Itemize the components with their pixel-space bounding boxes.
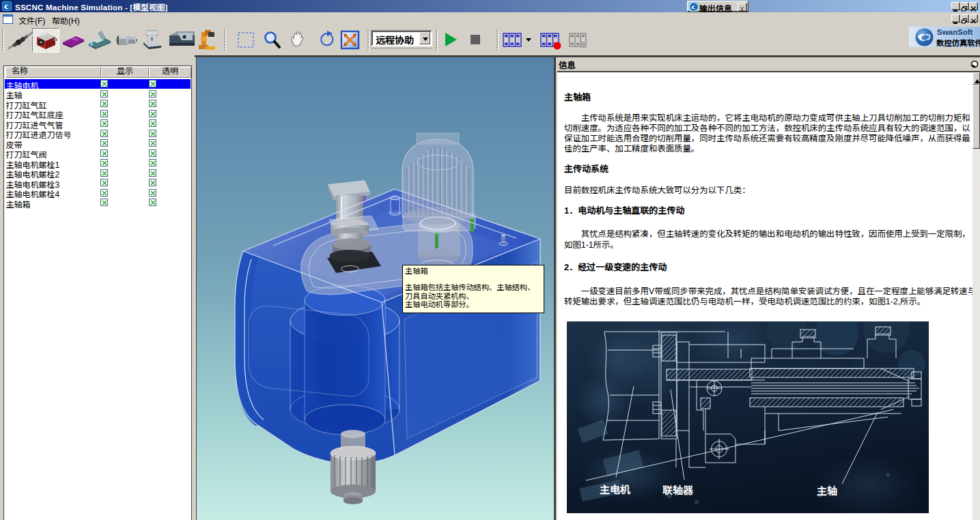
svg-text:联轴器: 联轴器	[662, 482, 694, 497]
svg-text:主轴: 主轴	[817, 483, 837, 497]
svg-text:主电机: 主电机	[600, 482, 630, 496]
